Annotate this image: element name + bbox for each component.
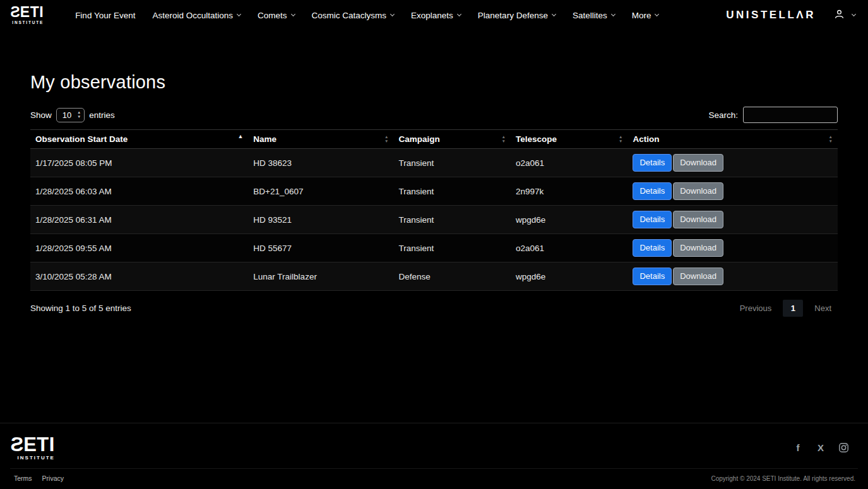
search-label: Search:	[708, 110, 738, 120]
download-button[interactable]: Download	[673, 268, 723, 286]
chevron-down-icon	[390, 12, 395, 16]
footer-links: TermsPrivacy	[14, 474, 64, 482]
nav-item-cosmic-cataclysms[interactable]: Cosmic Cataclysms	[312, 11, 395, 20]
facebook-icon[interactable]: f	[792, 442, 804, 454]
user-menu[interactable]	[833, 8, 855, 23]
details-button[interactable]: Details	[633, 182, 672, 201]
cell-name: HD 55677	[248, 234, 393, 262]
details-button[interactable]: Details	[633, 154, 672, 172]
column-label: Action	[633, 134, 659, 144]
page-length-value: 10	[62, 110, 71, 120]
observations-table-body: 1/17/2025 08:05 PMHD 38623Transiento2a06…	[30, 149, 838, 291]
nav-item-satellites[interactable]: Satellites	[573, 11, 615, 20]
cell-campaign: Defense	[394, 262, 511, 291]
sort-icon: ▲▼	[384, 135, 388, 144]
table-row: 1/17/2025 08:05 PMHD 38623Transiento2a06…	[30, 149, 838, 177]
details-button[interactable]: Details	[633, 211, 672, 229]
pagination-page-1[interactable]: 1	[783, 300, 803, 317]
chevron-down-icon	[290, 12, 295, 16]
column-header-telescope[interactable]: Telescope▲▼	[511, 130, 627, 149]
x-icon[interactable]: X	[815, 442, 826, 454]
download-button[interactable]: Download	[673, 239, 723, 257]
table-info: Showing 1 to 5 of 5 entries	[30, 303, 131, 313]
pagination-next[interactable]: Next	[808, 300, 838, 317]
table-row: 3/10/2025 05:28 AMLunar TrailblazerDefen…	[30, 262, 838, 291]
chevron-down-icon	[457, 12, 461, 16]
cell-action: DetailsDownload	[627, 234, 838, 262]
footer-link-terms[interactable]: Terms	[14, 474, 32, 482]
column-header-observation-start-date[interactable]: Observation Start Date▲	[30, 130, 248, 149]
cell-campaign: Transient	[394, 206, 511, 234]
page-title: My observations	[30, 72, 838, 93]
site-footer: SETI INSTITUTE fX TermsPrivacy Copyright…	[0, 423, 868, 489]
cell-date: 1/28/2025 06:31 AM	[30, 206, 248, 234]
unistellar-logo[interactable]: UNISTELLΛR	[726, 9, 816, 21]
sort-icon: ▲▼	[829, 135, 833, 144]
cell-name: HD 93521	[248, 206, 393, 234]
download-button[interactable]: Download	[673, 182, 723, 201]
seti-logo-subtitle: INSTITUTE	[18, 456, 55, 461]
search-input[interactable]	[743, 107, 838, 123]
copyright-text: Copyright © 2024 SETI Institute. All rig…	[711, 475, 855, 482]
cell-telescope: wpgd6e	[511, 262, 627, 291]
download-button[interactable]: Download	[673, 154, 723, 172]
nav-item-more[interactable]: More	[632, 11, 659, 20]
nav-item-label: Planetary Defense	[478, 11, 548, 20]
nav-item-label: Find Your Event	[75, 11, 135, 20]
seti-logo-word: SETI	[10, 435, 55, 454]
nav-items: Find Your EventAsteroid OccultationsCome…	[75, 11, 658, 20]
nav-item-find-your-event[interactable]: Find Your Event	[75, 11, 135, 20]
table-header-row: Observation Start Date▲Name▲▼Campaign▲▼T…	[30, 130, 838, 149]
cell-date: 1/28/2025 09:55 AM	[30, 234, 248, 262]
cell-telescope: 2n997k	[511, 177, 627, 206]
cell-campaign: Transient	[394, 234, 511, 262]
cell-action: DetailsDownload	[627, 262, 838, 291]
footer-link-privacy[interactable]: Privacy	[42, 474, 64, 482]
download-button[interactable]: Download	[673, 211, 723, 229]
nav-item-planetary-defense[interactable]: Planetary Defense	[478, 11, 556, 20]
nav-item-comets[interactable]: Comets	[258, 11, 295, 20]
nav-item-exoplanets[interactable]: Exoplanets	[411, 11, 461, 20]
footer-seti-logo[interactable]: SETI INSTITUTE	[10, 435, 55, 461]
select-arrows-icon: ▲▼	[77, 110, 81, 119]
sort-ascending-icon: ▲	[237, 133, 243, 139]
nav-right: UNISTELLΛR	[726, 8, 855, 23]
details-button[interactable]: Details	[633, 268, 672, 286]
entries-label: entries	[89, 110, 115, 120]
cell-date: 3/10/2025 05:28 AM	[30, 262, 248, 291]
footer-top: SETI INSTITUTE fX	[10, 432, 858, 468]
pagination-previous[interactable]: Previous	[734, 300, 778, 317]
search-control: Search:	[708, 107, 838, 123]
table-footer: Showing 1 to 5 of 5 entries Previous 1 N…	[30, 300, 838, 317]
nav-item-label: Comets	[258, 11, 287, 20]
column-header-action[interactable]: Action▲▼	[627, 130, 838, 149]
nav-item-asteroid-occultations[interactable]: Asteroid Occultations	[152, 11, 241, 20]
cell-campaign: Transient	[394, 149, 511, 177]
table-row: 1/28/2025 06:03 AMBD+21_0607Transient2n9…	[30, 177, 838, 206]
table-row: 1/28/2025 09:55 AMHD 55677Transiento2a06…	[30, 234, 838, 262]
cell-action: DetailsDownload	[627, 149, 838, 177]
chevron-down-icon	[655, 12, 659, 16]
cell-date: 1/17/2025 08:05 PM	[30, 149, 248, 177]
page-length-control: Show 10 ▲▼ entries	[30, 108, 115, 122]
column-header-campaign[interactable]: Campaign▲▼	[394, 130, 511, 149]
seti-logo-word: SETI	[10, 5, 44, 20]
show-label: Show	[30, 110, 52, 120]
chevron-down-icon	[552, 12, 556, 16]
cell-name: HD 38623	[248, 149, 393, 177]
cell-date: 1/28/2025 06:03 AM	[30, 177, 248, 206]
cell-campaign: Transient	[394, 177, 511, 206]
social-icons: fX	[792, 442, 849, 454]
cell-action: DetailsDownload	[627, 206, 838, 234]
chevron-down-icon	[852, 12, 856, 16]
seti-logo[interactable]: SETI INSTITUTE	[10, 5, 44, 25]
page-length-select[interactable]: 10 ▲▼	[56, 108, 85, 122]
column-header-name[interactable]: Name▲▼	[248, 130, 393, 149]
table-controls: Show 10 ▲▼ entries Search:	[30, 107, 838, 123]
table-row: 1/28/2025 06:31 AMHD 93521Transientwpgd6…	[30, 206, 838, 234]
instagram-icon[interactable]	[838, 442, 849, 454]
column-label: Observation Start Date	[35, 134, 128, 144]
sort-icon: ▲▼	[619, 135, 622, 144]
details-button[interactable]: Details	[633, 239, 672, 257]
nav-item-label: Asteroid Occultations	[152, 11, 233, 20]
